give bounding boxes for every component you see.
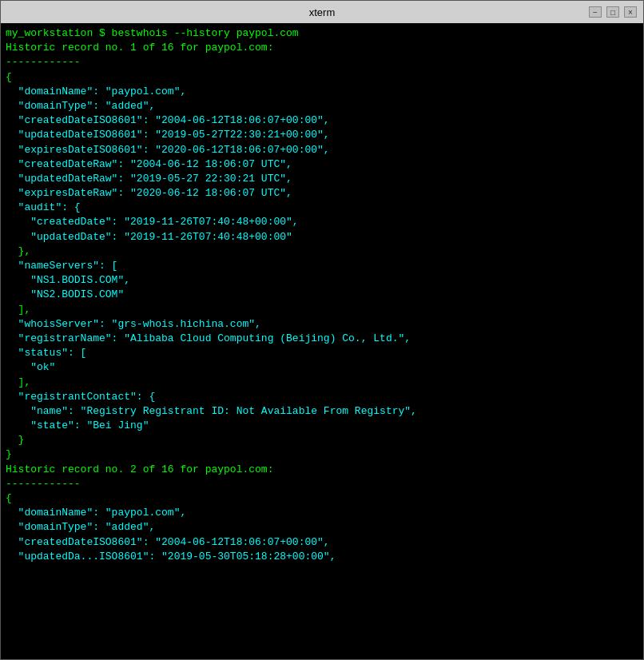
terminal-line: ------------ — [6, 477, 638, 491]
terminal-line: "createdDateRaw": "2004-06-12 18:06:07 U… — [6, 157, 638, 172]
terminal-line: "expiresDateISO8601": "2020-06-12T18:06:… — [6, 143, 638, 157]
terminal-line: { — [6, 491, 638, 506]
terminal-line: "createdDateISO8601": "2004-06-12T18:06:… — [6, 535, 638, 550]
terminal-line: "whoisServer": "grs-whois.hichina.com", — [6, 317, 638, 332]
terminal-line: "status": [ — [6, 346, 638, 360]
terminal-line: "updatedDa...ISO8601": "2019-05-30T05:18… — [6, 550, 638, 564]
terminal-body: my_workstation $ bestwhois --history pay… — [1, 23, 643, 659]
terminal-line: ------------ — [6, 55, 638, 70]
title-bar: xterm − □ × — [1, 1, 643, 23]
terminal-line: "NS2.BODIS.COM" — [6, 288, 638, 302]
terminal-line: "createdDate": "2019-11-26T07:40:48+00:0… — [6, 215, 638, 229]
close-button[interactable]: × — [624, 6, 637, 18]
terminal-line: "domainType": "added", — [6, 99, 638, 113]
terminal-line: Historic record no. 2 of 16 for paypol.c… — [6, 463, 638, 477]
window-controls: − □ × — [589, 6, 637, 18]
window-title: xterm — [309, 6, 336, 18]
terminal-line: "ok" — [6, 360, 638, 375]
terminal-line: "expiresDateRaw": "2020-06-12 18:06:07 U… — [6, 186, 638, 201]
terminal-line: "updatedDateISO8601": "2019-05-27T22:30:… — [6, 128, 638, 142]
terminal-line: { — [6, 70, 638, 85]
terminal-line: Historic record no. 1 of 16 for paypol.c… — [6, 41, 638, 55]
terminal-line: "state": "Bei Jing" — [6, 419, 638, 433]
terminal-line: "createdDateISO8601": "2004-06-12T18:06:… — [6, 113, 638, 128]
terminal-line: ], — [6, 376, 638, 390]
terminal-output: Historic record no. 1 of 16 for paypol.c… — [6, 41, 638, 564]
terminal-line: "NS1.BODIS.COM", — [6, 273, 638, 288]
prompt-line: my_workstation $ bestwhois --history pay… — [6, 26, 638, 41]
terminal-line: "updatedDateRaw": "2019-05-27 22:30:21 U… — [6, 172, 638, 186]
terminal-line: "domainName": "paypol.com", — [6, 506, 638, 520]
terminal-line: } — [6, 433, 638, 447]
terminal-line: "audit": { — [6, 201, 638, 215]
terminal-line: "name": "Registry Registrant ID: Not Ava… — [6, 404, 638, 419]
terminal-line: "registrantContact": { — [6, 390, 638, 404]
terminal-line: "domainType": "added", — [6, 520, 638, 535]
terminal-line: "nameServers": [ — [6, 259, 638, 273]
maximize-button[interactable]: □ — [606, 6, 619, 18]
terminal-line: } — [6, 447, 638, 462]
terminal-line: "registrarName": "Alibaba Cloud Computin… — [6, 332, 638, 346]
terminal-line: "domainName": "paypol.com", — [6, 85, 638, 99]
terminal-line: }, — [6, 245, 638, 259]
terminal-line: ], — [6, 303, 638, 317]
window-frame: xterm − □ × my_workstation $ bestwhois -… — [0, 0, 644, 660]
minimize-button[interactable]: − — [589, 6, 602, 18]
terminal-line: "updatedDate": "2019-11-26T07:40:48+00:0… — [6, 230, 638, 245]
